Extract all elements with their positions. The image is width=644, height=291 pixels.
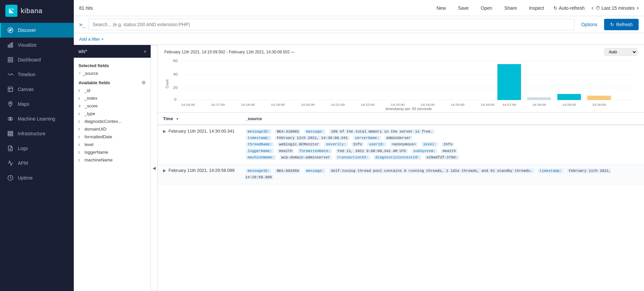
badge-userid-key: userId: bbox=[367, 142, 386, 147]
sidebar-item-timelion[interactable]: Timelion bbox=[0, 67, 74, 82]
expand-row-1-button[interactable]: ▶ bbox=[163, 129, 166, 134]
svg-rect-2 bbox=[8, 45, 9, 47]
open-button[interactable]: Open bbox=[478, 4, 495, 12]
expand-row-2-button[interactable]: ▶ bbox=[163, 168, 166, 173]
brain-icon bbox=[7, 115, 14, 122]
svg-text:14:26:00: 14:26:00 bbox=[481, 103, 495, 106]
new-button[interactable]: New bbox=[434, 4, 448, 12]
sidebar-item-dashboard[interactable]: Dashboard bbox=[0, 52, 74, 67]
svg-rect-6 bbox=[11, 57, 13, 59]
field-item-index[interactable]: t _index bbox=[74, 94, 151, 102]
svg-marker-1 bbox=[9, 29, 11, 31]
svg-text:60: 60 bbox=[173, 59, 177, 63]
hits-count: 81 hits bbox=[79, 5, 93, 11]
selected-field-source[interactable]: ? _source bbox=[74, 69, 151, 77]
field-item-id[interactable]: t _id bbox=[74, 87, 151, 94]
badge2-messageid-val: BEA-002959 bbox=[275, 168, 301, 173]
svg-text:14:24:00: 14:24:00 bbox=[421, 103, 435, 106]
sidebar-item-infrastructure[interactable]: Infrastructure bbox=[0, 126, 74, 141]
badge-level-val: Info bbox=[442, 142, 454, 147]
time-next-button[interactable]: › bbox=[637, 4, 639, 11]
svg-text:14:25:00: 14:25:00 bbox=[451, 103, 465, 106]
field-item-type[interactable]: t _type bbox=[74, 110, 151, 117]
sidebar-item-canvas[interactable]: Canvas bbox=[0, 82, 74, 97]
sidebar-item-maps[interactable]: Maps bbox=[0, 97, 74, 111]
badge-timestamp-val: February 11th 2021, 14:30:00.341 bbox=[275, 136, 349, 140]
refresh-button[interactable]: ↻ Refresh bbox=[604, 19, 639, 30]
sidebar-item-discover[interactable]: Discover bbox=[0, 23, 74, 38]
field-item-domainuid[interactable]: t domainUID bbox=[74, 125, 151, 133]
badge-machinename-key: machineName: bbox=[246, 155, 276, 160]
sidebar-item-visualize[interactable]: Visualize bbox=[0, 38, 74, 52]
source-cell-1: messageID: BEA-310002 message: 16% of th… bbox=[240, 125, 644, 164]
content-area: wls* ‹ Selected fields ? _source Availab… bbox=[74, 45, 644, 291]
wave-icon bbox=[7, 71, 14, 78]
svg-text:14:23:00: 14:23:00 bbox=[391, 103, 405, 106]
sidebar-item-uptime-label: Uptime bbox=[18, 175, 33, 181]
svg-text:14:17:00: 14:17:00 bbox=[211, 103, 225, 106]
field-item-formatteddate[interactable]: t formattedDate bbox=[74, 133, 151, 141]
badge-loggername-key: loggerName: bbox=[246, 149, 274, 153]
sidebar-item-visualize-label: Visualize bbox=[18, 42, 37, 48]
badge-severity-key: severity: bbox=[324, 142, 347, 147]
chart-time-range: February 11th 2021, 14:15:09.502 - Febru… bbox=[164, 50, 295, 54]
field-item-loggername[interactable]: t loggerName bbox=[74, 148, 151, 156]
sidebar-item-uptime[interactable]: Uptime bbox=[0, 171, 74, 185]
inspect-button[interactable]: Inspect bbox=[526, 4, 547, 12]
sidebar-item-infrastructure-label: Infrastructure bbox=[18, 131, 45, 136]
svg-rect-7 bbox=[8, 60, 10, 62]
sidebar-item-discover-label: Discover bbox=[18, 28, 36, 33]
interval-select[interactable]: Auto Millisecond Second Minute Hour Day bbox=[604, 48, 637, 56]
sidebar-item-apm-label: APM bbox=[18, 160, 28, 166]
bar-1428 bbox=[527, 97, 551, 100]
svg-text:14:28:00: 14:28:00 bbox=[532, 103, 546, 106]
sidebar-nav: Discover Visualize Dashboard Timelion Ca bbox=[0, 21, 74, 291]
search-input[interactable] bbox=[88, 19, 574, 30]
time-column-header: Time ▼ bbox=[158, 113, 240, 125]
options-button[interactable]: Options bbox=[577, 20, 601, 29]
time-cell-2: ▶ February 11th 2021, 14:29:58.099 bbox=[158, 164, 240, 184]
field-item-machinename[interactable]: t machineName bbox=[74, 156, 151, 164]
filter-row: Add a filter + bbox=[74, 33, 644, 45]
svg-rect-4 bbox=[12, 43, 13, 47]
field-item-diagnosticcontext[interactable]: t diagnosticContex... bbox=[74, 117, 151, 125]
badge-machinename-val: wcp-domain-adminserver bbox=[280, 155, 332, 160]
chart-area: February 11th 2021, 14:15:09.502 - Febru… bbox=[158, 45, 644, 113]
sidebar-item-machine-learning[interactable]: Machine Learning bbox=[0, 111, 74, 126]
sidebar-item-logs[interactable]: Logs bbox=[0, 141, 74, 156]
add-filter-button[interactable]: Add a filter + bbox=[79, 37, 104, 42]
index-name: wls* bbox=[78, 49, 87, 54]
svg-rect-8 bbox=[11, 60, 13, 62]
results-table: Time ▼ _source ▶ February 11th 2021, 14:… bbox=[158, 113, 644, 184]
badge2-messageid-key: messageID: bbox=[246, 168, 271, 173]
badge-formatteddate-key: formattedDate: bbox=[298, 149, 332, 153]
grid-icon bbox=[7, 56, 14, 63]
field-item-score[interactable]: # _score bbox=[74, 102, 151, 110]
field-item-level[interactable]: t level bbox=[74, 141, 151, 148]
svg-text:Count: Count bbox=[165, 80, 169, 89]
table-row: ▶ February 11th 2021, 14:29:58.099 messa… bbox=[158, 164, 644, 184]
panel-toggle-button[interactable]: ◀ bbox=[151, 45, 158, 291]
histogram: 60 40 20 0 Count bbox=[164, 57, 637, 111]
sidebar: kibana Discover Visualize Dashboard Tim bbox=[0, 0, 74, 291]
badge-threadname-val: weblogic.GCMonitor bbox=[277, 142, 321, 147]
sort-icon: ▼ bbox=[176, 117, 179, 121]
source-cell-2: messageID: BEA-002959 message: Self-tuni… bbox=[240, 164, 644, 184]
auto-refresh-button[interactable]: ↻ Auto-refresh bbox=[553, 5, 585, 11]
sidebar-item-apm[interactable]: APM bbox=[0, 156, 74, 171]
histogram-svg: 60 40 20 0 Count bbox=[164, 57, 637, 111]
field-name-source: _source bbox=[83, 71, 98, 76]
gear-button[interactable]: ⚙ bbox=[142, 80, 146, 85]
map-pin-icon bbox=[7, 101, 14, 107]
svg-text:20: 20 bbox=[173, 86, 177, 90]
badge-subsystem-val: Health bbox=[441, 149, 458, 153]
badge-message-val: 16% of the total memory in the server is… bbox=[329, 129, 435, 134]
collapse-panel-button[interactable]: ‹ bbox=[144, 48, 146, 54]
share-button[interactable]: Share bbox=[502, 4, 520, 12]
time-prev-button[interactable]: ‹ bbox=[591, 4, 593, 11]
badge-loggername-val: Health bbox=[277, 149, 294, 153]
server-icon bbox=[7, 130, 14, 137]
sidebar-item-dashboard-label: Dashboard bbox=[18, 57, 41, 62]
badge-formatteddate-val: Feb 11, 2021 9:00:00,341 AM UTC bbox=[336, 149, 408, 153]
save-button[interactable]: Save bbox=[455, 4, 471, 12]
